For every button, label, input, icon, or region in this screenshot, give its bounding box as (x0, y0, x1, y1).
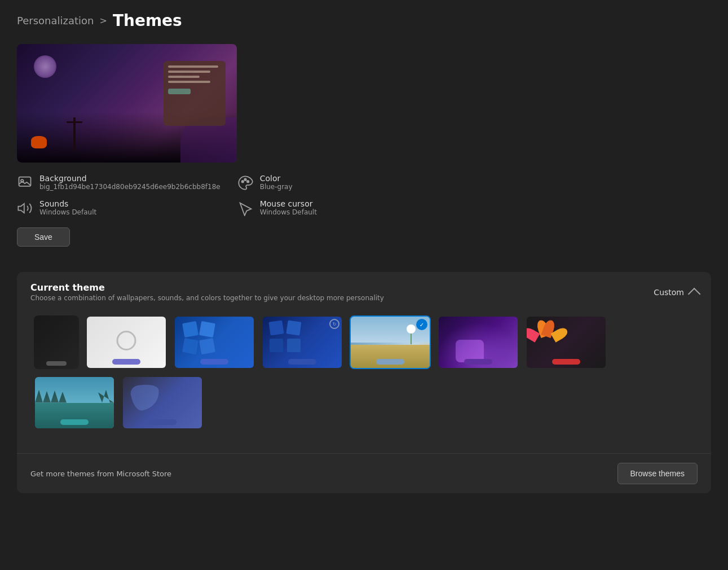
info-mouse: Mouse cursor Windows Default (237, 199, 412, 216)
svg-point-4 (247, 181, 249, 183)
swirl-q2 (199, 321, 215, 337)
preview-window-button (168, 89, 191, 94)
breadcrumb: Personalization > Themes (17, 11, 711, 30)
breadcrumb-parent[interactable]: Personalization (17, 15, 94, 27)
theme-card-purple[interactable] (438, 315, 519, 369)
theme-card-blue-dark[interactable]: ↻ (262, 315, 343, 369)
preview-line-4 (168, 81, 210, 83)
colorful-taskbar (552, 359, 580, 365)
mouse-value: Windows Default (260, 208, 317, 216)
theme-card-colorful[interactable] (526, 315, 607, 369)
theme-section-subtitle: Choose a combination of wallpapers, soun… (30, 294, 384, 302)
breadcrumb-current: Themes (113, 11, 182, 30)
chevron-up-icon (688, 287, 701, 300)
theme-card-white[interactable] (86, 315, 167, 369)
info-background: Background big_1fb1d94be17304d80eb9245d6… (17, 174, 220, 191)
blue-swirl-q1 (268, 320, 284, 335)
gray-swirl-shape (129, 382, 161, 412)
theme-win11-gray-bg (123, 377, 202, 428)
swirl-q4 (199, 338, 215, 354)
theme-white-circle (117, 331, 136, 350)
blue-swirl-q2 (286, 320, 301, 335)
page-container: Personalization > Themes 𓅭 𓅭 (0, 0, 728, 505)
blue-swirl-q3 (270, 339, 283, 352)
store-text: Get more themes from Microsoft Store (30, 470, 171, 478)
background-icon (17, 175, 33, 191)
nature-flower (404, 325, 418, 344)
color-text: Color Blue-gray (260, 174, 293, 191)
flower-head (407, 325, 416, 334)
theme-blue-taskbar (288, 359, 316, 365)
theme-white-taskbar (112, 359, 140, 365)
mouse-text: Mouse cursor Windows Default (260, 199, 317, 216)
svg-point-3 (244, 178, 246, 181)
theme-card-partial[interactable] (34, 315, 79, 369)
background-value: big_1fb1d94be17304d80eb9245d6ee9b2b6cbb8… (39, 183, 220, 191)
browse-themes-button[interactable]: Browse themes (617, 463, 698, 484)
purple-taskbar (464, 359, 492, 365)
sounds-label: Sounds (39, 199, 96, 208)
preview-line-2 (168, 71, 210, 73)
save-button[interactable]: Save (17, 227, 70, 247)
current-theme-section: Current theme Choose a combination of wa… (17, 272, 711, 493)
sounds-text: Sounds Windows Default (39, 199, 96, 216)
mouse-label: Mouse cursor (260, 199, 317, 208)
theme-win11-taskbar (200, 359, 228, 365)
svg-point-2 (241, 181, 244, 183)
theme-section-header: Current theme Choose a combination of wa… (17, 272, 711, 310)
swirl-q3 (182, 338, 198, 354)
theme-colorful-bg (527, 317, 606, 368)
color-label: Color (260, 174, 293, 183)
preview-section: 𓅭 𓅭 (17, 44, 711, 261)
gray-swirl (129, 382, 162, 413)
preview-window-mockup (164, 61, 226, 126)
flower-stem (411, 333, 412, 344)
preview-line-1 (168, 65, 218, 68)
current-theme-name: Custom (654, 288, 684, 297)
breadcrumb-separator: > (99, 15, 107, 26)
theme-preview-image: 𓅭 𓅭 (17, 44, 237, 163)
sync-icon: ↻ (329, 319, 339, 329)
theme-current-badge[interactable]: Custom (654, 287, 698, 297)
sounds-value: Windows Default (39, 208, 96, 216)
themes-row-1: ↻ (34, 315, 694, 369)
theme-header-left: Current theme Choose a combination of wa… (30, 282, 384, 302)
preview-crossbar (67, 121, 82, 123)
theme-selected-checkmark: ✓ (416, 319, 427, 330)
theme-win11-bg (175, 317, 254, 368)
background-label: Background (39, 174, 220, 183)
nature-taskbar (376, 359, 404, 365)
color-icon (237, 175, 253, 191)
colorful-petals (532, 319, 561, 353)
themes-grid: ↻ (17, 310, 711, 448)
info-grid: Background big_1fb1d94be17304d80eb9245d6… (17, 174, 412, 216)
preview-line-3 (168, 76, 200, 78)
theme-card-lake[interactable] (34, 376, 115, 429)
preview-window-content (168, 65, 221, 83)
info-color: Color Blue-gray (237, 174, 412, 191)
background-text: Background big_1fb1d94be17304d80eb9245d6… (39, 174, 220, 191)
theme-white-bg (87, 317, 166, 368)
swirl-q1 (182, 321, 198, 337)
color-value: Blue-gray (260, 183, 293, 191)
theme-lake-bg (35, 377, 114, 428)
info-sounds: Sounds Windows Default (17, 199, 220, 216)
blue-swirl-q4 (287, 339, 301, 352)
preview-pumpkin (31, 136, 47, 148)
mouse-cursor-icon (237, 200, 253, 216)
themes-row-2 (34, 376, 694, 429)
theme-card-nature[interactable]: ✓ (350, 315, 431, 369)
theme-blue-dark-bg: ↻ (263, 317, 342, 368)
gray-taskbar (148, 419, 177, 425)
theme-card-win11[interactable] (174, 315, 255, 369)
lake-taskbar (60, 419, 89, 425)
theme-card-win11-gray[interactable] (122, 376, 203, 429)
preview-moon (34, 55, 56, 78)
theme-blue-swirl (270, 321, 301, 352)
theme-taskbar (46, 361, 67, 366)
theme-purple-bg (439, 317, 518, 368)
theme-win11-swirl (183, 322, 214, 353)
theme-section-title: Current theme (30, 282, 384, 293)
sounds-icon (17, 200, 33, 216)
theme-footer: Get more themes from Microsoft Store Bro… (17, 453, 711, 493)
